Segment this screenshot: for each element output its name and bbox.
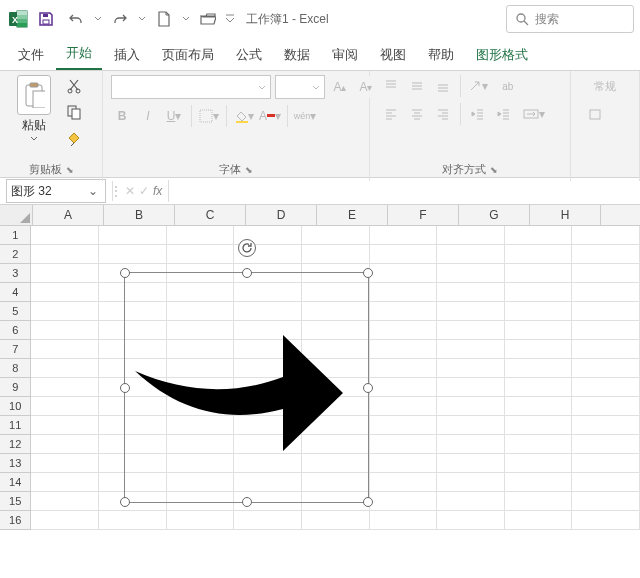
cell[interactable] — [370, 473, 438, 492]
tab-page-layout[interactable]: 页面布局 — [152, 40, 224, 70]
fx-icon[interactable]: fx — [153, 184, 162, 198]
cell[interactable] — [370, 511, 438, 530]
cell[interactable] — [505, 473, 573, 492]
save-button[interactable] — [32, 5, 60, 33]
redo-dropdown[interactable] — [136, 5, 148, 33]
row-header[interactable]: 4 — [0, 283, 31, 302]
wrap-text-button[interactable]: ab — [493, 75, 523, 97]
row-header[interactable]: 14 — [0, 473, 31, 492]
font-color-button[interactable]: A▾ — [259, 105, 281, 127]
cell[interactable] — [31, 226, 99, 245]
row-header[interactable]: 1 — [0, 226, 31, 245]
cell[interactable] — [505, 454, 573, 473]
cell[interactable] — [572, 245, 640, 264]
cell[interactable] — [505, 397, 573, 416]
cell[interactable] — [572, 511, 640, 530]
italic-button[interactable]: I — [137, 105, 159, 127]
row-header[interactable]: 15 — [0, 492, 31, 511]
cell[interactable] — [370, 340, 438, 359]
dialog-launcher-icon[interactable]: ⬊ — [245, 165, 253, 175]
cell[interactable] — [572, 359, 640, 378]
name-box[interactable]: 图形 32 ⌄ — [6, 179, 106, 203]
cell[interactable] — [31, 321, 99, 340]
cell[interactable] — [505, 435, 573, 454]
cell[interactable] — [167, 511, 235, 530]
tab-home[interactable]: 开始 — [56, 38, 102, 70]
cell[interactable] — [167, 245, 235, 264]
row-header[interactable]: 2 — [0, 245, 31, 264]
cell[interactable] — [302, 511, 370, 530]
row-header[interactable]: 13 — [0, 454, 31, 473]
dialog-launcher-icon[interactable]: ⬊ — [490, 165, 498, 175]
cell[interactable] — [505, 511, 573, 530]
merge-button[interactable]: ▾ — [519, 103, 549, 125]
phonetic-button[interactable]: wén▾ — [294, 105, 316, 127]
cell[interactable] — [437, 359, 505, 378]
selected-shape-frame[interactable] — [124, 272, 369, 503]
cell[interactable] — [572, 492, 640, 511]
cell[interactable] — [437, 454, 505, 473]
cell[interactable] — [437, 340, 505, 359]
row-header[interactable]: 16 — [0, 511, 31, 530]
cell[interactable] — [370, 302, 438, 321]
cell[interactable] — [31, 378, 99, 397]
align-left-button[interactable] — [380, 103, 402, 125]
undo-dropdown[interactable] — [92, 5, 104, 33]
cell[interactable] — [370, 378, 438, 397]
cell[interactable] — [437, 435, 505, 454]
cell[interactable] — [31, 264, 99, 283]
fill-color-button[interactable]: ▾ — [233, 105, 255, 127]
row-header[interactable]: 12 — [0, 435, 31, 454]
cell[interactable] — [437, 321, 505, 340]
search-box[interactable]: 搜索 — [506, 5, 634, 33]
cell[interactable] — [505, 245, 573, 264]
row-header[interactable]: 11 — [0, 416, 31, 435]
cell[interactable] — [370, 283, 438, 302]
increase-indent-button[interactable] — [493, 103, 515, 125]
cell[interactable] — [505, 264, 573, 283]
cell[interactable] — [505, 283, 573, 302]
cell[interactable] — [505, 378, 573, 397]
cell[interactable] — [31, 435, 99, 454]
enter-formula-icon[interactable]: ✓ — [139, 184, 149, 198]
cell[interactable] — [505, 226, 573, 245]
cell[interactable] — [437, 283, 505, 302]
tab-review[interactable]: 审阅 — [322, 40, 368, 70]
cell[interactable] — [437, 416, 505, 435]
increase-font-button[interactable]: A▴ — [329, 76, 351, 98]
formula-bar-grip[interactable]: ⋮ — [113, 181, 119, 201]
cell[interactable] — [572, 302, 640, 321]
cell[interactable] — [437, 226, 505, 245]
bold-button[interactable]: B — [111, 105, 133, 127]
cell[interactable] — [505, 416, 573, 435]
format-painter-button[interactable] — [60, 127, 88, 149]
cell[interactable] — [31, 416, 99, 435]
cell[interactable] — [31, 283, 99, 302]
cell[interactable] — [572, 283, 640, 302]
rotate-handle[interactable] — [238, 239, 256, 257]
cell[interactable] — [302, 245, 370, 264]
cell[interactable] — [572, 397, 640, 416]
cell[interactable] — [370, 245, 438, 264]
col-header[interactable]: F — [388, 205, 459, 225]
cell[interactable] — [370, 359, 438, 378]
decrease-indent-button[interactable] — [467, 103, 489, 125]
col-header[interactable]: D — [246, 205, 317, 225]
cell[interactable] — [31, 245, 99, 264]
cell[interactable] — [31, 359, 99, 378]
cell[interactable] — [31, 302, 99, 321]
font-name-combo[interactable] — [111, 75, 271, 99]
col-header[interactable]: C — [175, 205, 246, 225]
chevron-down-icon[interactable]: ⌄ — [85, 184, 101, 198]
align-bottom-button[interactable] — [432, 75, 454, 97]
cell[interactable] — [437, 264, 505, 283]
cell[interactable] — [234, 511, 302, 530]
new-file-dropdown[interactable] — [180, 5, 192, 33]
row-header[interactable]: 5 — [0, 302, 31, 321]
cell[interactable] — [31, 511, 99, 530]
tab-insert[interactable]: 插入 — [104, 40, 150, 70]
cell[interactable] — [572, 435, 640, 454]
cell[interactable] — [370, 264, 438, 283]
row-header[interactable]: 3 — [0, 264, 31, 283]
align-right-button[interactable] — [432, 103, 454, 125]
